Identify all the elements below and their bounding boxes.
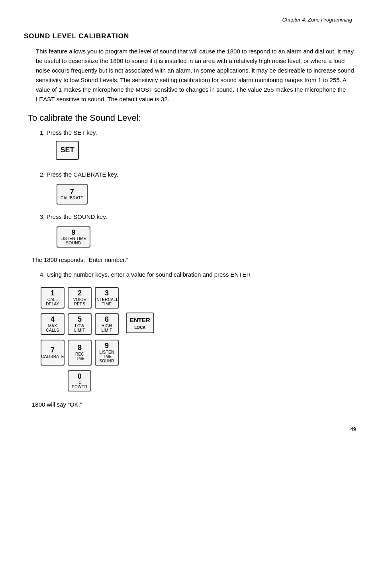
sound-key-label: LISTEN TIME SOUND <box>61 236 86 245</box>
key-4[interactable]: 4 MAX CALLS <box>41 313 65 335</box>
section-body: This feature allows you to program the l… <box>36 47 356 104</box>
sound-key[interactable]: 9 LISTEN TIME SOUND <box>57 226 90 248</box>
page-number: 49 <box>24 425 356 433</box>
step-4: 4. Using the number keys, enter a value … <box>40 270 356 279</box>
calibrate-key[interactable]: 7 CALIBRATE <box>57 184 88 205</box>
calibrate-key-label: CALIBRATE <box>61 196 84 200</box>
step-4-label: 4. Using the number keys, enter a value … <box>40 270 356 279</box>
set-key[interactable]: SET <box>56 141 79 160</box>
calibrate-key-wrapper: 7 CALIBRATE <box>56 182 356 206</box>
keypad-wrapper: 1 CALL DELAY 2 VOICE REPS 3 INTERCALL TI… <box>40 285 356 393</box>
key-0[interactable]: 0 ID POWER <box>68 370 91 392</box>
set-key-label: SET <box>60 145 74 155</box>
calibrate-key-num: 7 <box>70 188 74 196</box>
enter-key-num: ENTER <box>130 316 150 325</box>
step-1-label: 1. Press the SET key. <box>40 128 356 138</box>
step-3: 3. Press the SOUND key. 9 LISTEN TIME SO… <box>40 212 356 249</box>
response-text: The 1800 responds: “Enter number.” <box>32 256 356 265</box>
key-9[interactable]: 9 LISTEN TIME SOUND <box>95 340 119 366</box>
key-8[interactable]: 8 REC TIME <box>68 340 92 366</box>
chapter-header: Chapter 4: Zone Programming <box>24 16 352 24</box>
section-title: SOUND LEVEL CALIBRATION <box>24 31 356 41</box>
key-2[interactable]: 2 VOICE REPS <box>68 287 92 309</box>
key-6[interactable]: 6 HIGH LIMIT <box>95 313 119 335</box>
enter-key-wrapper: ENTER LOCK <box>126 313 154 333</box>
step-2-label: 2. Press the CALIBRATE key. <box>40 170 356 179</box>
key-1[interactable]: 1 CALL DELAY <box>41 287 65 309</box>
chapter-title: Chapter 4: Zone Programming <box>282 17 352 23</box>
enter-key-label: LOCK <box>134 324 145 330</box>
keypad-grid: 1 CALL DELAY 2 VOICE REPS 3 INTERCALL TI… <box>40 285 119 393</box>
enter-key[interactable]: ENTER LOCK <box>126 313 154 333</box>
key-3[interactable]: 3 INTERCALL TIME <box>95 287 119 309</box>
sound-key-num: 9 <box>71 229 75 237</box>
key-0-wrapper: 0 ID POWER <box>67 369 92 393</box>
calibrate-heading: To calibrate the Sound Level: <box>28 111 356 124</box>
sound-key-wrapper: 9 LISTEN TIME SOUND <box>56 225 356 250</box>
step-3-label: 3. Press the SOUND key. <box>40 212 356 222</box>
ok-text: 1800 will say “OK.” <box>32 400 356 409</box>
key-5[interactable]: 5 LOW LIMIT <box>68 313 92 335</box>
step-2: 2. Press the CALIBRATE key. 7 CALIBRATE <box>40 170 356 206</box>
key-7[interactable]: 7 CALIBRATE <box>41 340 65 366</box>
step-1: 1. Press the SET key. SET <box>40 128 356 164</box>
